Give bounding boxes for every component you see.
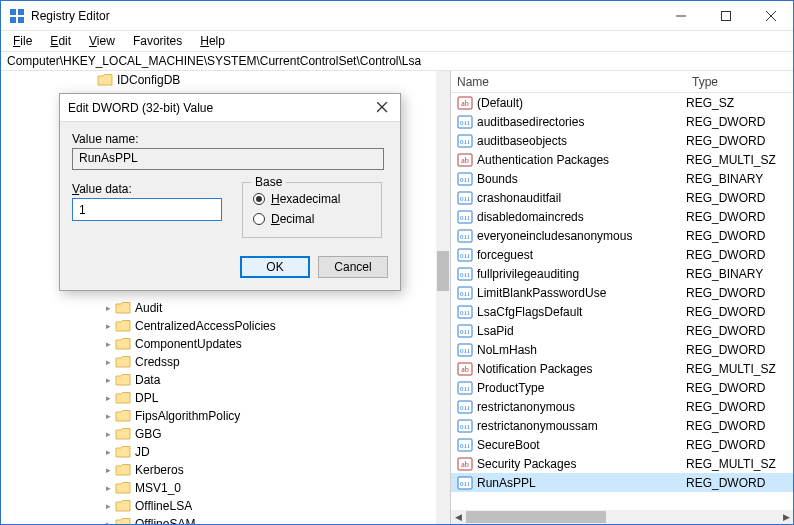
chevron-icon[interactable]: ▸ <box>101 319 115 333</box>
menu-edit[interactable]: Edit <box>42 32 79 50</box>
radio-hexadecimal[interactable]: Hexadecimal <box>253 189 371 209</box>
value-type: REG_BINARY <box>686 267 793 281</box>
chevron-icon[interactable]: ▸ <box>101 391 115 405</box>
maximize-button[interactable] <box>703 1 748 31</box>
list-row[interactable]: 011RunAsPPLREG_DWORD <box>451 473 793 492</box>
list-row[interactable]: 011BoundsREG_BINARY <box>451 169 793 188</box>
value-name-field[interactable]: RunAsPPL <box>72 148 384 170</box>
menu-file[interactable]: File <box>5 32 40 50</box>
svg-text:ab: ab <box>461 156 469 165</box>
tree-item[interactable]: ▸GBG <box>1 425 450 443</box>
value-icon: 011 <box>457 399 473 415</box>
value-type: REG_DWORD <box>686 248 793 262</box>
value-name: forceguest <box>477 248 686 262</box>
scroll-left-icon[interactable]: ◀ <box>451 510 465 524</box>
list-row[interactable]: 011fullprivilegeauditingREG_BINARY <box>451 264 793 283</box>
list-row[interactable]: 011crashonauditfailREG_DWORD <box>451 188 793 207</box>
value-icon: 011 <box>457 247 473 263</box>
list-row[interactable]: 011restrictanonymoussamREG_DWORD <box>451 416 793 435</box>
list-row[interactable]: 011LsaCfgFlagsDefaultREG_DWORD <box>451 302 793 321</box>
folder-icon <box>115 463 131 477</box>
tree-scrollbar[interactable] <box>436 71 450 524</box>
list-row[interactable]: 011NoLmHashREG_DWORD <box>451 340 793 359</box>
tree-item[interactable]: ▸Audit <box>1 299 450 317</box>
chevron-icon[interactable]: ▸ <box>101 499 115 513</box>
close-button[interactable] <box>748 1 793 31</box>
chevron-icon[interactable]: ▸ <box>101 517 115 524</box>
col-type[interactable]: Type <box>686 73 793 91</box>
tree-item-label: OfflineLSA <box>135 499 192 513</box>
value-icon: 011 <box>457 266 473 282</box>
menu-view[interactable]: View <box>81 32 123 50</box>
tree-item[interactable]: ▸DPL <box>1 389 450 407</box>
tree-item[interactable]: ▸JD <box>1 443 450 461</box>
chevron-icon[interactable]: ▸ <box>101 481 115 495</box>
svg-rect-0 <box>10 9 16 15</box>
list-row[interactable]: abNotification PackagesREG_MULTI_SZ <box>451 359 793 378</box>
value-name: crashonauditfail <box>477 191 686 205</box>
tree-item[interactable]: ▸FipsAlgorithmPolicy <box>1 407 450 425</box>
menu-help[interactable]: Help <box>192 32 233 50</box>
value-type: REG_BINARY <box>686 172 793 186</box>
cancel-button[interactable]: Cancel <box>318 256 388 278</box>
chevron-icon[interactable]: ▸ <box>101 301 115 315</box>
value-icon: 011 <box>457 228 473 244</box>
svg-text:011: 011 <box>460 271 471 279</box>
chevron-icon[interactable]: ▸ <box>101 445 115 459</box>
list-row[interactable]: ab(Default)REG_SZ <box>451 93 793 112</box>
svg-text:011: 011 <box>460 480 471 488</box>
tree-item[interactable]: ▸Kerberos <box>1 461 450 479</box>
list-row[interactable]: 011ProductTypeREG_DWORD <box>451 378 793 397</box>
value-name: LsaPid <box>477 324 686 338</box>
tree-item[interactable]: ▸OfflineSAM <box>1 515 450 524</box>
list-row[interactable]: 011LimitBlankPasswordUseREG_DWORD <box>451 283 793 302</box>
value-name: restrictanonymoussam <box>477 419 686 433</box>
col-name[interactable]: Name <box>451 73 686 91</box>
value-type: REG_DWORD <box>686 191 793 205</box>
tree-item[interactable]: ▸Data <box>1 371 450 389</box>
title-bar: Registry Editor <box>1 1 793 31</box>
tree-item[interactable]: ▸Credssp <box>1 353 450 371</box>
value-type: REG_DWORD <box>686 400 793 414</box>
chevron-icon[interactable]: ▸ <box>101 337 115 351</box>
chevron-icon[interactable]: ▸ <box>101 355 115 369</box>
minimize-button[interactable] <box>658 1 703 31</box>
value-name-label: Value name: <box>72 132 388 146</box>
address-bar[interactable]: Computer\HKEY_LOCAL_MACHINE\SYSTEM\Curre… <box>1 51 793 71</box>
list-row[interactable]: abSecurity PackagesREG_MULTI_SZ <box>451 454 793 473</box>
list-hscrollbar[interactable]: ◀ ▶ <box>451 510 793 524</box>
tree-item[interactable]: ▸CentralizedAccessPolicies <box>1 317 450 335</box>
list-row[interactable]: abAuthentication PackagesREG_MULTI_SZ <box>451 150 793 169</box>
tree-item[interactable]: ▸MSV1_0 <box>1 479 450 497</box>
value-icon: 011 <box>457 209 473 225</box>
chevron-icon[interactable]: ▸ <box>101 427 115 441</box>
list-row[interactable]: 011auditbaseobjectsREG_DWORD <box>451 131 793 150</box>
list-row[interactable]: 011auditbasedirectoriesREG_DWORD <box>451 112 793 131</box>
dialog-title: Edit DWORD (32-bit) Value <box>68 101 372 115</box>
menu-favorites[interactable]: Favorites <box>125 32 190 50</box>
chevron-icon[interactable]: ▸ <box>101 409 115 423</box>
scroll-right-icon[interactable]: ▶ <box>779 510 793 524</box>
value-icon: 011 <box>457 190 473 206</box>
value-icon: 011 <box>457 418 473 434</box>
value-icon: ab <box>457 152 473 168</box>
list-row[interactable]: 011restrictanonymousREG_DWORD <box>451 397 793 416</box>
list-row[interactable]: 011SecureBootREG_DWORD <box>451 435 793 454</box>
tree-item[interactable]: ▸OfflineLSA <box>1 497 450 515</box>
tree-item[interactable]: IDConfigDB <box>1 71 450 89</box>
dialog-title-bar[interactable]: Edit DWORD (32-bit) Value <box>60 94 400 122</box>
chevron-icon[interactable]: ▸ <box>101 463 115 477</box>
list-row[interactable]: 011forceguestREG_DWORD <box>451 245 793 264</box>
list-row[interactable]: 011LsaPidREG_DWORD <box>451 321 793 340</box>
tree-item[interactable]: ▸ComponentUpdates <box>1 335 450 353</box>
value-icon: 011 <box>457 285 473 301</box>
edit-dword-dialog: Edit DWORD (32-bit) Value Value name: Ru… <box>59 93 401 291</box>
radio-decimal[interactable]: Decimal <box>253 209 371 229</box>
chevron-icon[interactable]: ▸ <box>101 373 115 387</box>
value-data-input[interactable] <box>72 198 222 221</box>
ok-button[interactable]: OK <box>240 256 310 278</box>
list-row[interactable]: 011disabledomaincredsREG_DWORD <box>451 207 793 226</box>
dialog-close-button[interactable] <box>372 100 392 116</box>
list-row[interactable]: 011everyoneincludesanonymousREG_DWORD <box>451 226 793 245</box>
chevron-icon[interactable] <box>83 73 97 87</box>
